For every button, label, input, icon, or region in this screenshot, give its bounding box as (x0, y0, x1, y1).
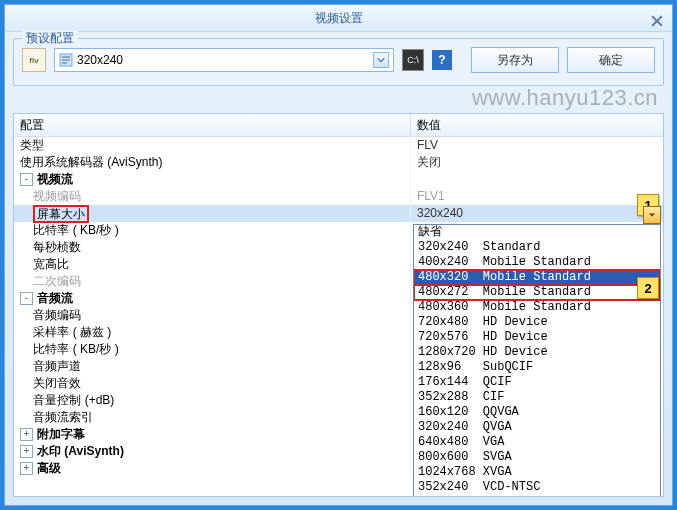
dropdown-option[interactable]: 128x96 SubQCIF (414, 360, 660, 375)
dropdown-button[interactable] (643, 206, 661, 224)
dropdown-option[interactable]: 320x240 QVGA (414, 420, 660, 435)
preset-group: 预设配置 flv 320x240 C:\ ? 另存为 确定 (13, 38, 664, 86)
save-as-button[interactable]: 另存为 (471, 47, 559, 73)
dropdown-option[interactable]: 1280x720 HD Device (414, 345, 660, 360)
preset-combo[interactable]: 320x240 (54, 48, 394, 72)
toggle-icon[interactable]: + (20, 428, 33, 441)
toggle-icon[interactable]: + (20, 462, 33, 475)
size-dropdown[interactable]: 缺省320x240 Standard400x240 Mobile Standar… (413, 224, 661, 497)
dropdown-option[interactable]: 176x144 QCIF (414, 375, 660, 390)
table-row[interactable]: 类型FLV (14, 137, 663, 154)
dropdown-option[interactable]: 480x320 Mobile Standard (414, 270, 660, 285)
chevron-down-icon[interactable] (373, 52, 389, 68)
window-title: 视频设置 (315, 11, 363, 25)
dropdown-option[interactable]: 缺省 (414, 225, 660, 240)
dropdown-option[interactable]: 352x240 VCD-NTSC (414, 480, 660, 495)
cmd-button[interactable]: C:\ (402, 49, 424, 71)
dropdown-option[interactable]: 352x288 CIF (414, 390, 660, 405)
help-button[interactable]: ? (432, 50, 452, 70)
dropdown-option[interactable]: 480x360 Mobile Standard (414, 300, 660, 315)
toggle-icon[interactable]: + (20, 445, 33, 458)
ok-button[interactable]: 确定 (567, 47, 655, 73)
dropdown-option[interactable]: 800x600 SVGA (414, 450, 660, 465)
toggle-icon[interactable]: - (20, 173, 33, 186)
col-value[interactable]: 数值 (411, 114, 663, 136)
flv-icon: flv (22, 48, 46, 72)
titlebar: 视频设置 (5, 5, 672, 32)
recent-icon (59, 53, 73, 67)
close-icon[interactable] (650, 10, 664, 24)
toggle-icon[interactable]: - (20, 292, 33, 305)
table-row[interactable]: 视频编码FLV1 (14, 188, 663, 205)
dropdown-option[interactable]: 720x480 HD Device (414, 315, 660, 330)
dropdown-option[interactable]: 1024x768 XVGA (414, 465, 660, 480)
dropdown-option[interactable]: 720x576 HD Device (414, 330, 660, 345)
col-config[interactable]: 配置 (14, 114, 411, 136)
dropdown-option[interactable]: 640x480 VGA (414, 435, 660, 450)
dropdown-option[interactable]: 352x288 VCD-PAL (414, 495, 660, 497)
preset-legend: 预设配置 (22, 30, 78, 47)
dropdown-option[interactable]: 160x120 QQVGA (414, 405, 660, 420)
preset-combo-value: 320x240 (77, 53, 123, 67)
table-row[interactable]: 使用系统解码器 (AviSynth)关闭 (14, 154, 663, 171)
settings-grid: 配置 数值 类型FLV使用系统解码器 (AviSynth)关闭-视频流 视频编码… (13, 113, 664, 497)
callout-2: 2 (637, 277, 659, 299)
table-row[interactable]: -视频流 (14, 171, 663, 188)
dropdown-option[interactable]: 480x272 Mobile Standard (414, 285, 660, 300)
dropdown-option[interactable]: 320x240 Standard (414, 240, 660, 255)
table-row[interactable]: 屏幕大小320x240 (14, 205, 663, 222)
dropdown-option[interactable]: 400x240 Mobile Standard (414, 255, 660, 270)
watermark: www.hanyu123.cn (472, 85, 658, 111)
